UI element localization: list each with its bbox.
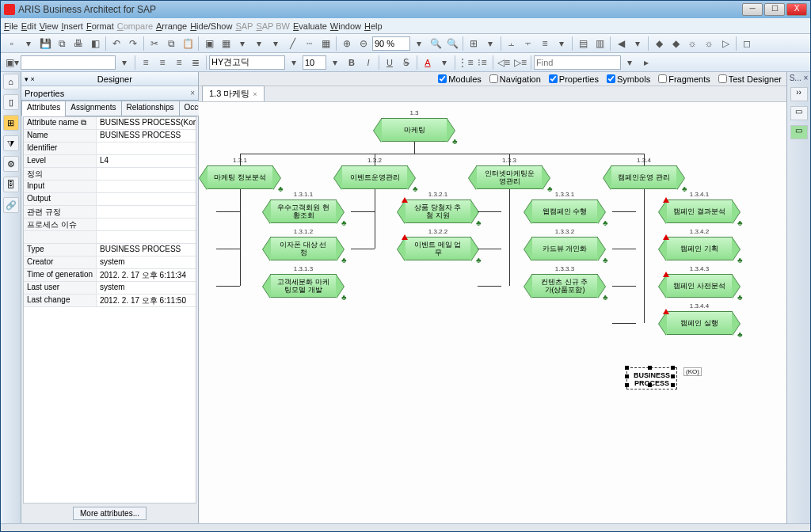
zfit2-icon[interactable]: 🔍 (444, 36, 460, 51)
m2-icon[interactable]: ◆ (668, 36, 683, 51)
zin-icon[interactable]: ⊕ (339, 36, 355, 51)
fontsize-input[interactable] (303, 55, 326, 70)
find-go-icon[interactable]: ▸ (638, 55, 654, 70)
process-node[interactable]: 1.3.3인터넷마케팅운영관리♣ (476, 165, 543, 189)
gears-icon[interactable]: ⚙ (3, 156, 19, 172)
menu-arrange[interactable]: Arrange (156, 21, 187, 31)
menu-view[interactable]: View (40, 21, 59, 31)
property-row[interactable]: 정의 (24, 168, 196, 180)
property-row[interactable]: Time of generation2012. 2. 17 오후 6:11:34 (24, 269, 196, 282)
sym1-icon[interactable]: ▭ (790, 106, 808, 120)
dash-icon[interactable]: ┄ (301, 36, 317, 51)
maximize-button[interactable]: ☐ (764, 3, 785, 16)
tab-relationships[interactable]: Relationships (121, 101, 180, 116)
m1-icon[interactable]: ◆ (651, 36, 667, 51)
zout-icon[interactable]: ⊖ (356, 36, 371, 51)
folder-icon[interactable]: ▾ (21, 36, 36, 51)
property-row[interactable]: 관련 규정 (24, 206, 196, 218)
tar-icon[interactable]: ≡ (171, 55, 187, 70)
panel-close-icon[interactable]: × (190, 89, 195, 97)
zoom-input[interactable] (372, 36, 410, 51)
diagram-canvas[interactable]: 1.3마케팅♣1.3.1마케팅 정보분석♣1.3.2이벤트운영관리♣1.3.3인… (199, 102, 786, 523)
fcd-icon[interactable]: ▾ (436, 55, 452, 70)
print-icon[interactable]: 🖶 (70, 36, 86, 51)
m6-icon[interactable]: ◻ (739, 36, 755, 51)
property-row[interactable]: NameBUSINESS PROCESS (24, 130, 196, 142)
menu-hide/show[interactable]: Hide/Show (190, 21, 232, 31)
ol-icon[interactable]: ⁝≡ (474, 55, 490, 70)
sd-icon[interactable]: ▾ (116, 55, 132, 70)
indl-icon[interactable]: ◁≡ (496, 55, 512, 70)
toggle-properties[interactable]: Properties (549, 74, 599, 84)
menu-insert[interactable]: Insert (61, 21, 83, 31)
ddp-icon[interactable]: ▾ (630, 36, 645, 51)
db-icon[interactable]: 🗄 (3, 177, 19, 192)
align3-icon[interactable]: ≡ (537, 36, 553, 51)
prev-icon[interactable]: ◀ (613, 36, 629, 51)
chain-icon[interactable]: 🔗 (3, 197, 19, 213)
indr-icon[interactable]: ▷≡ (512, 55, 528, 70)
saveall-icon[interactable]: ⧉ (54, 36, 70, 51)
selected-node[interactable]: BUSINESS PROCESS (626, 367, 677, 390)
toggle-modules[interactable]: Modules (438, 74, 482, 84)
layer2-icon[interactable]: ▥ (592, 36, 607, 51)
menu-file[interactable]: File (4, 21, 18, 31)
property-row[interactable]: LevelL4 (24, 155, 196, 168)
ul-icon[interactable]: ⋮≡ (458, 55, 474, 70)
tab-assignments[interactable]: Assignments (65, 101, 121, 116)
property-row[interactable]: Last usersystem (24, 282, 196, 294)
tal-icon[interactable]: ≡ (138, 55, 154, 70)
sel-icon[interactable]: ▾ (482, 36, 498, 51)
toggle-navigation[interactable]: Navigation (489, 74, 541, 84)
process-node[interactable]: 1.3.1.2이자폰 대상 선정♣ (270, 237, 337, 260)
small-icon[interactable]: ◧ (87, 36, 103, 51)
process-node[interactable]: 1.3.1.3고객세분화 마케팅모델 개발♣ (270, 274, 337, 298)
italic-button[interactable]: I (360, 55, 376, 70)
process-node[interactable]: 1.3.4.3캠페인 사전분석♣ (666, 274, 733, 298)
toggle-symbols[interactable]: Symbols (607, 74, 650, 84)
sym2-icon[interactable]: ▭ (790, 125, 808, 139)
align1-icon[interactable]: ⫠ (504, 36, 520, 51)
dd1-icon[interactable]: ▾ (234, 36, 250, 51)
layer1-icon[interactable]: ▤ (575, 36, 591, 51)
close-button[interactable]: X (786, 3, 807, 16)
grid-icon[interactable]: ⊞ (466, 36, 482, 51)
new-icon[interactable]: ▫ (4, 36, 20, 51)
process-node[interactable]: 1.3.1.1우수고객회원 현황조회♣ (270, 200, 337, 223)
paste-icon[interactable]: 📋 (180, 36, 196, 51)
menu-evaluate[interactable]: Evaluate (293, 21, 327, 31)
taj-icon[interactable]: ≣ (188, 55, 204, 70)
style-select[interactable] (21, 55, 116, 70)
process-node[interactable]: 1.3마케팅♣ (381, 118, 447, 142)
menu-help[interactable]: Help (364, 21, 383, 31)
fc-icon[interactable]: A (420, 55, 436, 70)
m5-icon[interactable]: ▷ (718, 36, 733, 51)
menu-compare[interactable]: Compare (117, 21, 153, 31)
property-row[interactable]: Input (24, 180, 196, 193)
undo-icon[interactable]: ↶ (109, 36, 124, 51)
process-node[interactable]: 1.3.4.2캠페인 기획♣ (666, 237, 733, 260)
process-node[interactable]: 1.3.2.2이벤트 메일 업무♣ (405, 237, 471, 260)
page-icon[interactable]: ▯ (3, 94, 19, 110)
zfit-icon[interactable]: 🔍 (428, 36, 444, 51)
find-input[interactable] (534, 55, 621, 70)
align2-icon[interactable]: ⫟ (520, 36, 536, 51)
puzzle-icon[interactable]: ⧩ (3, 135, 19, 151)
line-icon[interactable]: ╱ (284, 36, 300, 51)
process-node[interactable]: 1.3.3.3컨텐츠 신규 추가(상품포함)♣ (531, 274, 598, 298)
minimize-button[interactable]: ─ (742, 3, 763, 16)
property-row[interactable] (24, 231, 196, 244)
menu-sap[interactable]: SAP (235, 21, 253, 31)
menu-edit[interactable]: Edit (21, 21, 36, 31)
property-row[interactable]: 프로세스 이슈 (24, 218, 196, 231)
align4-icon[interactable]: ▾ (554, 36, 569, 51)
process-node[interactable]: 1.3.2.1상품 당첨자 추첨 지원♣ (405, 200, 471, 223)
process-node[interactable]: 1.3.3.1웹캠페인 수행♣ (531, 200, 598, 223)
m3-icon[interactable]: ☼ (684, 36, 700, 51)
process-node[interactable]: 1.3.4.4캠페인 실행♣ (666, 311, 733, 335)
file-tab-close-icon[interactable]: × (253, 90, 257, 98)
copy-icon[interactable]: ⧉ (163, 36, 179, 51)
menu-format[interactable]: Format (86, 21, 114, 31)
property-row[interactable]: Output (24, 193, 196, 206)
tac-icon[interactable]: ≡ (154, 55, 170, 70)
